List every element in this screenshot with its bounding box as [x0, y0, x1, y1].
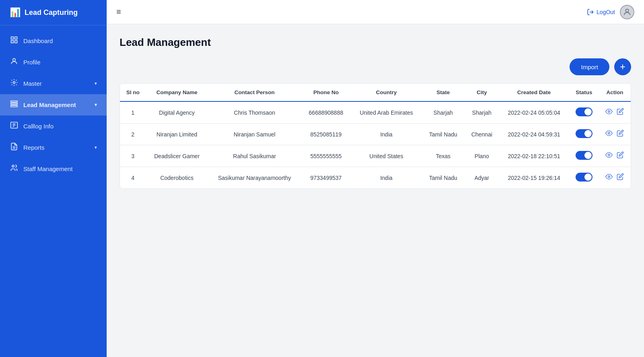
cell-created: 2022-02-18 22:10:51 [499, 145, 569, 167]
cell-contact: Chris Thomsaon [208, 101, 301, 124]
sidebar-item-lead-management[interactable]: Lead Management ▾ [0, 94, 107, 116]
cell-contact: Sasikumar Narayanamoorthy [208, 167, 301, 189]
reports-arrow: ▾ [95, 145, 97, 150]
table-row: 2Niranjan LimitedNiranjan Samuel85250851… [120, 124, 631, 145]
edit-icon[interactable] [617, 130, 624, 139]
cell-created: 2022-02-24 05:05:04 [499, 101, 569, 124]
cell-company: Niranjan Limited [146, 124, 208, 145]
add-button[interactable]: + [614, 58, 631, 75]
user-avatar[interactable] [620, 5, 634, 19]
profile-icon [10, 57, 19, 67]
toggle-track [576, 151, 592, 160]
svg-point-19 [608, 132, 610, 134]
toggle-thumb [584, 130, 592, 137]
sidebar-staff-label: Staff Management [23, 165, 72, 172]
cell-phone: 66688908888 [301, 101, 351, 124]
status-toggle[interactable] [576, 107, 592, 116]
cell-city: Sharjah [464, 101, 499, 124]
sidebar-item-dashboard[interactable]: Dashboard [0, 30, 107, 52]
table-row: 3Deadslicer GamerRahul Sasikumar55555555… [120, 145, 631, 167]
header: ≡ LogOut [107, 0, 644, 24]
svg-rect-1 [15, 37, 17, 39]
status-toggle[interactable] [576, 151, 592, 160]
svg-rect-6 [11, 101, 18, 102]
cell-contact: Niranjan Samuel [208, 124, 301, 145]
cell-status [569, 124, 599, 145]
logout-icon [587, 8, 594, 16]
status-toggle[interactable] [576, 129, 592, 138]
sidebar-item-calllog[interactable]: Calllog Info [0, 116, 107, 137]
cell-status [569, 145, 599, 167]
cell-created: 2022-02-24 04:59:31 [499, 124, 569, 145]
hamburger-menu[interactable]: ≡ [116, 7, 121, 17]
cell-company: Coderobotics [146, 167, 208, 189]
edit-icon[interactable] [617, 108, 624, 117]
view-icon[interactable] [605, 130, 613, 139]
cell-country: India [351, 124, 422, 145]
content-area: Lead Management Import + Sl no Company N… [107, 24, 644, 357]
action-icons [604, 130, 626, 139]
sidebar-profile-label: Profile [23, 59, 41, 66]
table-header-row: Sl no Company Name Contact Person Phone … [120, 84, 631, 101]
leads-table-container: Sl no Company Name Contact Person Phone … [120, 83, 631, 189]
cell-city: Chennai [464, 124, 499, 145]
table-body: 1Digital AgencyChris Thomsaon66688908888… [120, 101, 631, 188]
calllog-icon [10, 121, 19, 131]
cell-action [599, 167, 631, 189]
col-contact: Contact Person [208, 84, 301, 101]
cell-phone: 8525085119 [301, 124, 351, 145]
edit-icon[interactable] [617, 151, 624, 161]
col-phone: Phone No [301, 84, 351, 101]
toggle-track [576, 173, 592, 182]
action-icons [604, 108, 626, 117]
view-icon[interactable] [605, 173, 613, 182]
cell-status [569, 101, 599, 124]
staff-icon [10, 164, 19, 174]
import-button[interactable]: Import [570, 58, 609, 75]
cell-sl: 3 [120, 145, 146, 167]
sidebar: 📊 Lead Capturing Dashboard Profile Maste… [0, 0, 107, 357]
sidebar-item-reports[interactable]: Reports ▾ [0, 137, 107, 158]
col-action: Action [599, 84, 631, 101]
add-icon: + [620, 62, 625, 72]
svg-point-5 [13, 82, 15, 84]
app-logo[interactable]: 📊 Lead Capturing [0, 0, 107, 25]
view-icon[interactable] [605, 151, 613, 161]
edit-icon[interactable] [617, 173, 624, 182]
sidebar-nav: Dashboard Profile Master ▾ Lead Manageme… [0, 25, 107, 357]
svg-rect-7 [11, 103, 18, 104]
toolbar: Import + [120, 58, 631, 75]
cell-contact: Rahul Sasikumar [208, 145, 301, 167]
view-icon[interactable] [605, 108, 613, 117]
logout-button[interactable]: LogOut [587, 8, 615, 16]
header-right: LogOut [587, 5, 634, 19]
cell-company: Digital Agency [146, 101, 208, 124]
toggle-thumb [584, 108, 592, 116]
cell-country: United States [351, 145, 422, 167]
sidebar-reports-label: Reports [23, 144, 45, 151]
table-header: Sl no Company Name Contact Person Phone … [120, 84, 631, 101]
svg-rect-3 [15, 41, 17, 43]
cell-company: Deadslicer Gamer [146, 145, 208, 167]
sidebar-lead-label: Lead Management [23, 101, 76, 108]
sidebar-item-master[interactable]: Master ▾ [0, 73, 107, 94]
page-title: Lead Management [120, 36, 631, 49]
svg-point-21 [608, 176, 610, 178]
svg-point-17 [625, 9, 628, 12]
cell-city: Adyar [464, 167, 499, 189]
cell-state: Tamil Nadu [422, 167, 464, 189]
app-logo-icon: 📊 [10, 7, 21, 18]
cell-phone: 9733499537 [301, 167, 351, 189]
status-toggle[interactable] [576, 173, 592, 182]
cell-country: United Arab Emirates [351, 101, 422, 124]
cell-city: Plano [464, 145, 499, 167]
svg-point-20 [608, 154, 610, 156]
svg-rect-0 [11, 37, 14, 39]
cell-country: India [351, 167, 422, 189]
sidebar-item-staff[interactable]: Staff Management [0, 158, 107, 180]
col-created: Created Date [499, 84, 569, 101]
sidebar-master-label: Master [23, 80, 42, 87]
col-slno: Sl no [120, 84, 146, 101]
cell-state: Sharjah [422, 101, 464, 124]
sidebar-item-profile[interactable]: Profile [0, 52, 107, 73]
